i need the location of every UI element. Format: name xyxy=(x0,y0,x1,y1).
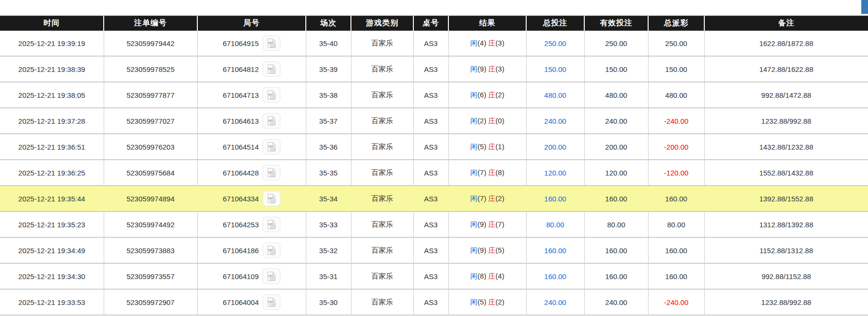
cell-valid_bet: 120.00 xyxy=(584,160,648,186)
table-row[interactable]: 2025-12-21 19:34:49523059973883671064186… xyxy=(0,237,868,263)
cell-table_no: AS3 xyxy=(413,56,448,82)
cell-table_no: AS3 xyxy=(413,186,448,211)
cell-time: 2025-12-21 19:38:39 xyxy=(0,56,104,82)
result-player-label: 闲 xyxy=(470,91,478,99)
round-id-with-video: 671064428 xyxy=(198,165,306,180)
result-player-label: 闲 xyxy=(470,220,478,228)
result-banker-label: 庄 xyxy=(488,168,495,176)
round-id-value: 671064334 xyxy=(223,195,259,203)
video-replay-button[interactable] xyxy=(263,165,280,180)
cell-remark: 992.88/1472.88 xyxy=(704,82,868,108)
table-row[interactable]: 2025-12-21 19:37:28523059977027671064613… xyxy=(0,108,868,134)
cell-total_payout: 150.00 xyxy=(648,56,704,82)
column-header-time: 时间 xyxy=(0,16,104,31)
table-row[interactable]: 2025-12-21 19:39:19523059979442671064915… xyxy=(0,31,868,56)
table-row[interactable]: 2025-12-21 19:38:39523059978525671064812… xyxy=(0,56,868,82)
column-header-result: 结果 xyxy=(448,16,526,31)
video-replay-button[interactable] xyxy=(263,113,280,129)
cell-total_payout: 160.00 xyxy=(648,237,704,263)
cell-result: 闲(2) 庄(0) xyxy=(448,108,526,134)
table-header-row: 时间注单编号局号场次游戏类别桌号结果总投注有效投注总派彩备注 xyxy=(0,16,868,31)
cell-game_type: 百家乐 xyxy=(351,237,413,263)
cell-valid_bet: 160.00 xyxy=(584,237,648,263)
cell-bet_id: 523059974894 xyxy=(104,186,197,211)
cell-time: 2025-12-21 19:35:23 xyxy=(0,211,104,237)
video-replay-icon xyxy=(266,64,277,74)
cell-remark: 1552.88/1432.88 xyxy=(704,160,868,186)
cell-total_bet: 150.00 xyxy=(526,56,584,82)
cell-result: 闲(9) 庄(7) xyxy=(448,211,526,237)
video-replay-button[interactable] xyxy=(263,294,280,310)
video-replay-button[interactable] xyxy=(263,243,280,258)
video-replay-icon xyxy=(266,271,277,281)
cell-result: 闲(7) 庄(2) xyxy=(448,186,526,211)
table-body: 2025-12-21 19:39:19523059979442671064915… xyxy=(0,31,868,315)
video-replay-icon xyxy=(266,167,277,178)
cell-remark: 1392.88/1552.88 xyxy=(704,186,868,211)
cell-session: 35-34 xyxy=(306,186,351,211)
cell-valid_bet: 80.00 xyxy=(584,211,648,237)
result-player-score: (4) xyxy=(478,39,489,47)
cell-table_no: AS3 xyxy=(413,211,448,237)
table-row[interactable]: 2025-12-21 19:33:53523059972907671064004… xyxy=(0,289,868,315)
result-player-score: (7) xyxy=(478,168,489,176)
result-banker-label: 庄 xyxy=(488,272,495,280)
cell-session: 35-31 xyxy=(306,263,351,289)
cell-bet_id: 523059975684 xyxy=(104,160,197,186)
video-replay-button[interactable] xyxy=(263,269,280,284)
cell-session: 35-36 xyxy=(306,134,351,160)
result-player-label: 闲 xyxy=(470,272,478,280)
video-replay-button[interactable] xyxy=(263,217,280,232)
cell-round_id: 671064186 xyxy=(197,237,306,263)
round-id-with-video: 671064812 xyxy=(198,61,306,77)
cell-result: 闲(7) 庄(8) xyxy=(448,160,526,186)
table-row-highlighted[interactable]: 2025-12-21 19:35:44523059974894671064334… xyxy=(0,186,868,211)
result-banker-label: 庄 xyxy=(488,142,495,151)
cell-game_type: 百家乐 xyxy=(351,263,413,289)
cell-session: 35-35 xyxy=(306,160,351,186)
cell-time: 2025-12-21 19:35:44 xyxy=(0,186,104,211)
table-header: 时间注单编号局号场次游戏类别桌号结果总投注有效投注总派彩备注 xyxy=(0,16,868,31)
cell-table_no: AS3 xyxy=(413,108,448,134)
table-row[interactable]: 2025-12-21 19:35:23523059974492671064253… xyxy=(0,211,868,237)
cell-total_payout: -120.00 xyxy=(648,160,704,186)
table-row[interactable]: 2025-12-21 19:36:25523059975684671064428… xyxy=(0,160,868,186)
video-replay-button[interactable] xyxy=(263,35,280,51)
video-replay-icon xyxy=(266,245,277,256)
table-row[interactable]: 2025-12-21 19:36:51523059976203671064514… xyxy=(0,134,868,160)
cell-bet_id: 523059979442 xyxy=(104,31,197,56)
cell-session: 35-38 xyxy=(306,82,351,108)
cell-valid_bet: 200.00 xyxy=(584,134,648,160)
video-replay-button[interactable] xyxy=(263,61,280,77)
table-row[interactable]: 2025-12-21 19:38:05523059977877671064713… xyxy=(0,82,868,108)
result-player-label: 闲 xyxy=(470,39,478,47)
cell-table_no: AS3 xyxy=(413,134,448,160)
cell-valid_bet: 160.00 xyxy=(584,263,648,289)
cell-remark: 1232.88/992.88 xyxy=(704,289,868,315)
top-right-blue-button-fragment[interactable] xyxy=(861,0,868,14)
cell-remark: 1152.88/1312.88 xyxy=(704,237,868,263)
cell-game_type: 百家乐 xyxy=(351,134,413,160)
result-player-label: 闲 xyxy=(470,298,478,306)
column-header-total_bet: 总投注 xyxy=(526,16,584,31)
round-id-value: 671064915 xyxy=(223,39,259,47)
result-banker-score: (0) xyxy=(495,117,504,125)
video-replay-button[interactable] xyxy=(263,139,280,154)
cell-table_no: AS3 xyxy=(413,31,448,56)
result-player-score: (5) xyxy=(478,298,489,306)
cell-total_payout: 160.00 xyxy=(648,263,704,289)
video-replay-button[interactable] xyxy=(263,191,280,206)
result-player-score: (7) xyxy=(478,194,489,202)
cell-total_payout: -240.00 xyxy=(648,289,704,315)
result-banker-label: 庄 xyxy=(488,194,495,202)
table-row[interactable]: 2025-12-21 19:34:30523059973557671064109… xyxy=(0,263,868,289)
cell-bet_id: 523059977027 xyxy=(104,108,197,134)
cell-remark: 1312.88/1392.88 xyxy=(704,211,868,237)
cell-time: 2025-12-21 19:33:53 xyxy=(0,289,104,315)
video-replay-button[interactable] xyxy=(263,87,280,103)
cell-round_id: 671064334 xyxy=(197,186,306,211)
round-id-value: 671064613 xyxy=(223,117,259,125)
column-header-bet_id: 注单编号 xyxy=(104,16,197,31)
cell-game_type: 百家乐 xyxy=(351,211,413,237)
cell-valid_bet: 240.00 xyxy=(584,108,648,134)
